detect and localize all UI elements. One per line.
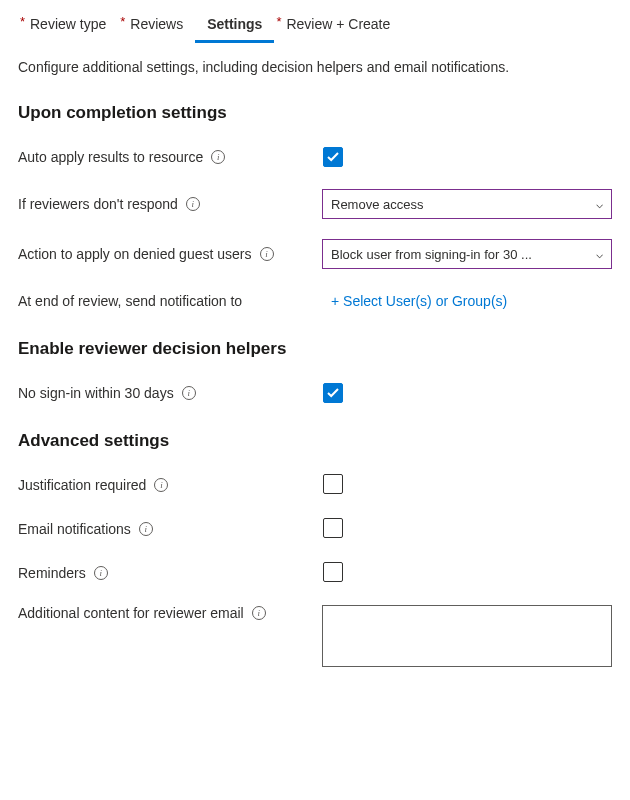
info-icon[interactable]: i bbox=[252, 606, 266, 620]
label-email-notif: Email notifications bbox=[18, 521, 131, 537]
dropdown-value: Block user from signing-in for 30 ... bbox=[331, 247, 532, 262]
tab-bar: * Review type * Reviews Settings * Revie… bbox=[18, 10, 612, 43]
tab-label: Reviews bbox=[130, 16, 183, 32]
tab-settings[interactable]: Settings bbox=[195, 10, 274, 43]
checkbox-reminders[interactable] bbox=[323, 562, 343, 582]
label-end-notify: At end of review, send notification to bbox=[18, 293, 242, 309]
tab-label: Review type bbox=[30, 16, 106, 32]
dropdown-denied-guest[interactable]: Block user from signing-in for 30 ... ⌵ bbox=[322, 239, 612, 269]
chevron-down-icon: ⌵ bbox=[596, 197, 603, 211]
required-asterisk: * bbox=[20, 14, 25, 29]
label-reminders: Reminders bbox=[18, 565, 86, 581]
section-completion-title: Upon completion settings bbox=[18, 103, 612, 123]
info-icon[interactable]: i bbox=[260, 247, 274, 261]
info-icon[interactable]: i bbox=[211, 150, 225, 164]
dropdown-value: Remove access bbox=[331, 197, 423, 212]
info-icon[interactable]: i bbox=[139, 522, 153, 536]
checkbox-no-signin[interactable] bbox=[323, 383, 343, 403]
tab-review-create[interactable]: * Review + Create bbox=[274, 10, 402, 43]
required-asterisk: * bbox=[120, 14, 125, 29]
intro-text: Configure additional settings, including… bbox=[18, 59, 612, 75]
tab-review-type[interactable]: * Review type bbox=[18, 10, 118, 43]
dropdown-no-respond[interactable]: Remove access ⌵ bbox=[322, 189, 612, 219]
info-icon[interactable]: i bbox=[94, 566, 108, 580]
label-additional-content: Additional content for reviewer email bbox=[18, 605, 244, 621]
label-auto-apply: Auto apply results to resource bbox=[18, 149, 203, 165]
section-advanced-title: Advanced settings bbox=[18, 431, 612, 451]
section-helpers-title: Enable reviewer decision helpers bbox=[18, 339, 612, 359]
checkbox-justification[interactable] bbox=[323, 474, 343, 494]
label-no-respond: If reviewers don't respond bbox=[18, 196, 178, 212]
checkbox-email-notif[interactable] bbox=[323, 518, 343, 538]
info-icon[interactable]: i bbox=[154, 478, 168, 492]
tab-reviews[interactable]: * Reviews bbox=[118, 10, 195, 43]
required-asterisk: * bbox=[276, 14, 281, 29]
label-denied-guest: Action to apply on denied guest users bbox=[18, 246, 252, 262]
label-no-signin: No sign-in within 30 days bbox=[18, 385, 174, 401]
tab-label: Settings bbox=[207, 16, 262, 32]
info-icon[interactable]: i bbox=[186, 197, 200, 211]
textarea-additional-content[interactable] bbox=[322, 605, 612, 667]
label-justification: Justification required bbox=[18, 477, 146, 493]
tab-label: Review + Create bbox=[286, 16, 390, 32]
info-icon[interactable]: i bbox=[182, 386, 196, 400]
checkbox-auto-apply[interactable] bbox=[323, 147, 343, 167]
select-users-link[interactable]: + Select User(s) or Group(s) bbox=[323, 293, 507, 309]
chevron-down-icon: ⌵ bbox=[596, 247, 603, 261]
